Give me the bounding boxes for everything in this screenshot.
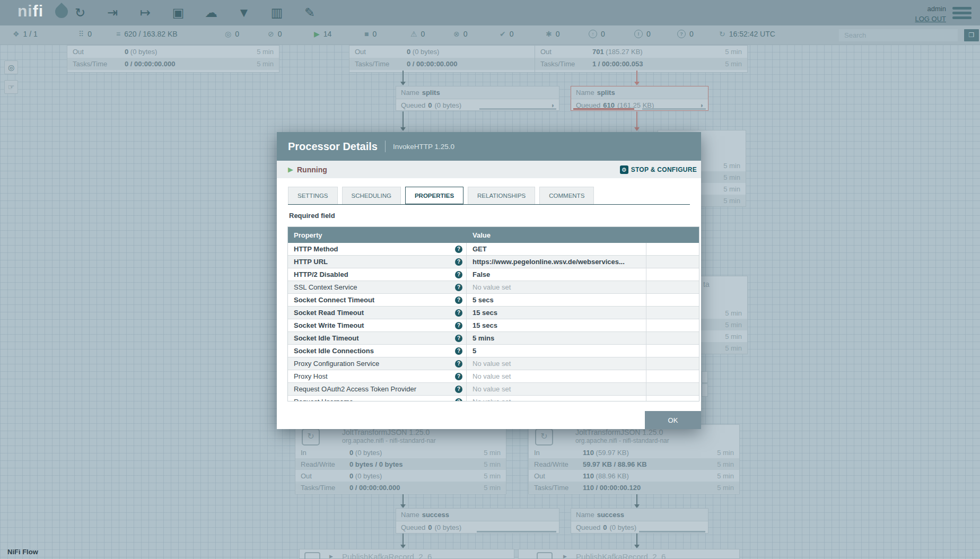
status-cluster: ❖1 / 1	[13, 30, 38, 38]
remote-process-group-icon[interactable]: ☁	[200, 5, 222, 21]
connection-line[interactable]	[636, 71, 637, 82]
process-group-icon[interactable]: ▣	[168, 5, 189, 21]
help-icon[interactable]: ?	[455, 398, 462, 402]
help-icon[interactable]: ?	[455, 258, 462, 266]
status-stale: ↑0	[589, 30, 605, 38]
title-divider	[385, 141, 386, 152]
refresh-icon: ↻	[719, 30, 725, 38]
connection-arrow	[634, 504, 640, 508]
connection-arrow	[400, 504, 406, 508]
processor-box[interactable]: Out701 (185.27 KB)5 min Tasks/Time1 / 00…	[535, 45, 748, 73]
connection-arrow	[634, 127, 640, 131]
tab-properties[interactable]: PROPERTIES	[405, 187, 463, 204]
tab-comments[interactable]: COMMENTS	[539, 187, 594, 204]
connection-line[interactable]	[402, 111, 404, 128]
table-row: Socket Idle Connections?5	[288, 345, 699, 357]
processor-bundle: org.apache.nifi - nifi-standard-nar	[575, 437, 669, 444]
not-transmitting-icon: ⊘	[268, 30, 274, 38]
table-row: HTTP URL?https://www.pegelonline.wsv.de/…	[288, 256, 699, 268]
dialog-status-bar: ▶ Running ⚙ STOP & CONFIGURE	[277, 161, 701, 178]
processor-box[interactable]: Out0 (0 bytes)5 min Tasks/Time0 / 00:00:…	[67, 45, 279, 73]
help-icon[interactable]: ?	[455, 386, 462, 393]
tab-settings[interactable]: SETTINGS	[288, 187, 338, 204]
tab-scheduling[interactable]: SCHEDULING	[342, 187, 401, 204]
connection-label[interactable]: Namesuccess Queued0 (0 bytes)	[571, 508, 708, 534]
processor-name-fragment: ta	[703, 280, 710, 289]
help-icon[interactable]: ?	[455, 373, 462, 380]
template-icon[interactable]: ▥	[266, 5, 287, 21]
status-refresh[interactable]: ↻16:52:42 UTC	[719, 30, 775, 38]
help-icon[interactable]: ?	[455, 284, 462, 291]
table-row: Socket Idle Timeout?5 mins	[288, 332, 699, 345]
transmitting-icon: ◎	[225, 30, 231, 38]
connection-label[interactable]: Namesplits Queued610 (161.25 KB)◑	[571, 86, 708, 111]
help-icon[interactable]: ?	[455, 322, 462, 329]
table-row: Proxy Configuration Service?No value set	[288, 357, 699, 370]
connection-arrow	[400, 127, 406, 131]
operate-palette-button[interactable]: ☞	[4, 80, 18, 94]
status-disabled: ⊗0	[453, 30, 468, 38]
status-sync-failure: ?0	[677, 30, 694, 38]
table-row: Socket Read Timeout?15 secs	[288, 307, 699, 319]
connection-label[interactable]: Namesplits Queued0 (0 bytes)◑	[396, 86, 559, 111]
processor-details-dialog: Processor Details InvokeHTTP 1.25.0 ▶ Ru…	[277, 132, 701, 429]
search-panel-button[interactable]: ❒	[964, 29, 979, 41]
help-icon[interactable]: ?	[455, 360, 462, 368]
output-port-icon[interactable]: ↦	[135, 5, 156, 21]
dialog-title: Processor Details	[288, 141, 378, 153]
ok-button[interactable]: OK	[645, 411, 701, 429]
processor-box[interactable]: ↻ JoltTransformJSON 1.25.0 org.apache.ni…	[295, 424, 506, 494]
label-icon[interactable]: ✎	[299, 5, 320, 21]
input-port-icon[interactable]: ⇥	[102, 5, 123, 21]
status-locally-modified: ✱0	[546, 30, 560, 38]
gear-icon: ⚙	[620, 165, 628, 174]
status-invalid: ⚠0	[410, 30, 425, 38]
properties-table: Property Value HTTP Method?GET HTTP URL?…	[287, 226, 699, 401]
stale-icon: ↑	[589, 30, 597, 38]
nifi-drop-icon	[52, 3, 71, 21]
disabled-icon: ⊗	[453, 30, 460, 38]
search-input[interactable]	[839, 29, 958, 41]
breadcrumb[interactable]: NiFi Flow	[7, 548, 38, 556]
processor-type: JoltTransformJSON 1.25.0	[342, 428, 430, 436]
processor-name: PublishKafkaRecord_2_6	[576, 552, 666, 559]
help-icon[interactable]: ?	[455, 246, 462, 253]
status-queued: ≡620 / 163.82 KB	[116, 30, 178, 38]
help-icon[interactable]: ?	[455, 309, 462, 317]
connection-arrow	[634, 545, 640, 548]
tab-relationships[interactable]: RELATIONSHIPS	[468, 187, 535, 204]
required-field-note: Required field	[289, 212, 335, 220]
help-icon[interactable]: ?	[455, 347, 462, 355]
navigate-palette-button[interactable]: ◎	[4, 60, 18, 74]
current-user: admin	[928, 5, 946, 13]
stop-and-configure-button[interactable]: ⚙ STOP & CONFIGURE	[620, 165, 697, 174]
table-header: Property Value	[288, 227, 699, 243]
table-row: HTTP/2 Disabled?False	[288, 268, 699, 281]
processor-icon	[304, 552, 320, 559]
panel-icon: ❒	[969, 31, 975, 39]
partial-box	[702, 371, 708, 383]
connection-label[interactable]: Namesuccess Queued0 (0 bytes)	[396, 508, 559, 534]
queued-icon: ≡	[116, 30, 120, 38]
processor-bundle: org.apache.nifi - nifi-standard-nar	[342, 437, 436, 444]
help-icon[interactable]: ?	[455, 335, 462, 342]
table-row: Request Username?No value set	[288, 396, 699, 401]
processor-box[interactable]: ↻ JoltTransformJSON 1.25.0 org.apache.ni…	[528, 424, 740, 494]
processor-box[interactable]: ▶ PublishKafkaRecord_2_6	[518, 549, 740, 559]
help-icon[interactable]: ?	[455, 271, 462, 278]
table-row: HTTP Method?GET	[288, 243, 699, 256]
help-icon[interactable]: ?	[455, 296, 462, 304]
dialog-header: Processor Details InvokeHTTP 1.25.0	[277, 132, 701, 161]
status-transmitting: ◎0	[225, 30, 239, 38]
table-row: Socket Write Timeout?15 secs	[288, 319, 699, 332]
table-row: SSL Context Service?No value set	[288, 281, 699, 294]
logout-link[interactable]: LOG OUT	[915, 15, 946, 23]
processor-box[interactable]: ▶ PublishKafkaRecord_2_6	[299, 549, 514, 559]
global-menu-icon[interactable]	[952, 7, 972, 20]
processor-icon[interactable]: ↻	[69, 5, 91, 21]
processor-icon	[537, 552, 553, 559]
connection-line[interactable]	[402, 71, 404, 82]
funnel-icon[interactable]: ▼	[233, 5, 255, 21]
connection-line[interactable]	[636, 111, 637, 128]
connection-arrow	[634, 82, 640, 85]
